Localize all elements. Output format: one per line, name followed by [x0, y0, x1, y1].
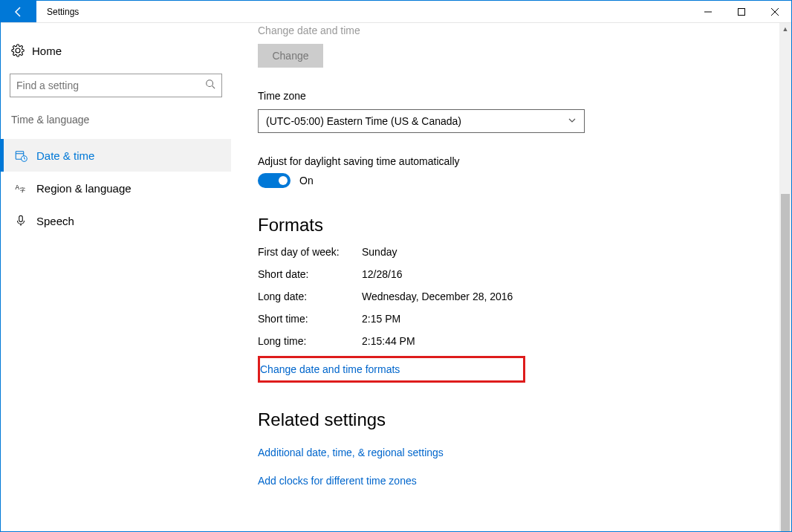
toggle-knob — [279, 176, 288, 185]
gear-icon — [11, 44, 32, 57]
format-value: 2:15:44 PM — [362, 335, 791, 347]
window-title: Settings — [36, 1, 79, 22]
language-icon: A字 — [14, 181, 36, 195]
category-label: Time & language — [1, 114, 231, 139]
format-value: 12/28/16 — [362, 268, 791, 280]
dst-label: Adjust for daylight saving time automati… — [258, 155, 791, 167]
close-icon — [771, 8, 779, 16]
sidebar-item-label: Region & language — [36, 182, 132, 195]
svg-text:A: A — [16, 184, 20, 191]
sidebar-item-label: Date & time — [36, 149, 94, 162]
format-row-first-day: First day of week: Sunday — [258, 246, 791, 258]
sidebar-item-speech[interactable]: Speech — [1, 204, 231, 237]
formats-header: Formats — [258, 215, 791, 236]
scroll-thumb[interactable] — [781, 194, 790, 531]
format-key: Long date: — [258, 291, 362, 302]
format-value: 2:15 PM — [362, 313, 791, 325]
search-input[interactable] — [16, 80, 205, 91]
search-input-container[interactable] — [10, 74, 222, 97]
titlebar: Settings — [1, 1, 791, 23]
search-icon — [205, 79, 215, 92]
timezone-label: Time zone — [258, 90, 791, 102]
svg-line-10 — [25, 159, 26, 160]
add-clocks-link[interactable]: Add clocks for different time zones — [258, 475, 791, 487]
calendar-clock-icon — [14, 149, 36, 162]
scrollbar[interactable]: ▲ — [779, 23, 791, 531]
related-settings-header: Related settings — [258, 409, 791, 430]
maximize-button[interactable] — [724, 1, 758, 22]
sidebar-item-label: Speech — [36, 215, 74, 227]
home-nav[interactable]: Home — [1, 39, 231, 62]
svg-point-4 — [207, 80, 213, 87]
format-key: Long time: — [258, 335, 362, 347]
arrow-left-icon — [13, 6, 25, 18]
close-button[interactable] — [758, 1, 791, 22]
sidebar-item-date-time[interactable]: Date & time — [1, 139, 231, 172]
svg-rect-1 — [738, 8, 744, 15]
main-panel: Change date and time Change Time zone (U… — [231, 23, 791, 531]
svg-line-5 — [212, 86, 215, 89]
microphone-icon — [14, 214, 36, 227]
annotation-highlight: Change date and time formats — [258, 356, 525, 383]
minimize-button[interactable] — [691, 1, 724, 22]
format-row-long-time: Long time: 2:15:44 PM — [258, 335, 791, 347]
format-key: First day of week: — [258, 246, 362, 258]
chevron-down-icon — [568, 115, 577, 127]
svg-rect-13 — [19, 215, 23, 221]
format-key: Short time: — [258, 313, 362, 325]
format-row-short-date: Short date: 12/28/16 — [258, 268, 791, 280]
svg-text:字: 字 — [20, 187, 25, 192]
change-formats-link[interactable]: Change date and time formats — [260, 363, 400, 375]
format-key: Short date: — [258, 268, 362, 280]
format-value: Wednesday, December 28, 2016 — [362, 291, 791, 302]
format-row-short-time: Short time: 2:15 PM — [258, 313, 791, 325]
sidebar-item-region-language[interactable]: A字 Region & language — [1, 172, 231, 204]
dst-toggle[interactable] — [258, 173, 290, 188]
maximize-icon — [738, 8, 745, 16]
timezone-value: (UTC-05:00) Eastern Time (US & Canada) — [266, 115, 568, 127]
back-button[interactable] — [1, 1, 36, 22]
dst-toggle-state: On — [299, 175, 314, 186]
format-row-long-date: Long date: Wednesday, December 28, 2016 — [258, 291, 791, 302]
sidebar: Home Time & language Date & time A字 Regi… — [1, 23, 231, 531]
change-date-time-label: Change date and time — [258, 25, 791, 36]
timezone-dropdown[interactable]: (UTC-05:00) Eastern Time (US & Canada) — [258, 109, 585, 133]
content-area: Home Time & language Date & time A字 Regi… — [1, 23, 791, 531]
minimize-icon — [704, 8, 712, 16]
format-value: Sunday — [362, 246, 791, 258]
home-label: Home — [32, 45, 62, 57]
additional-settings-link[interactable]: Additional date, time, & regional settin… — [258, 447, 791, 458]
scroll-up-icon[interactable]: ▲ — [779, 23, 791, 35]
change-button: Change — [258, 44, 323, 68]
